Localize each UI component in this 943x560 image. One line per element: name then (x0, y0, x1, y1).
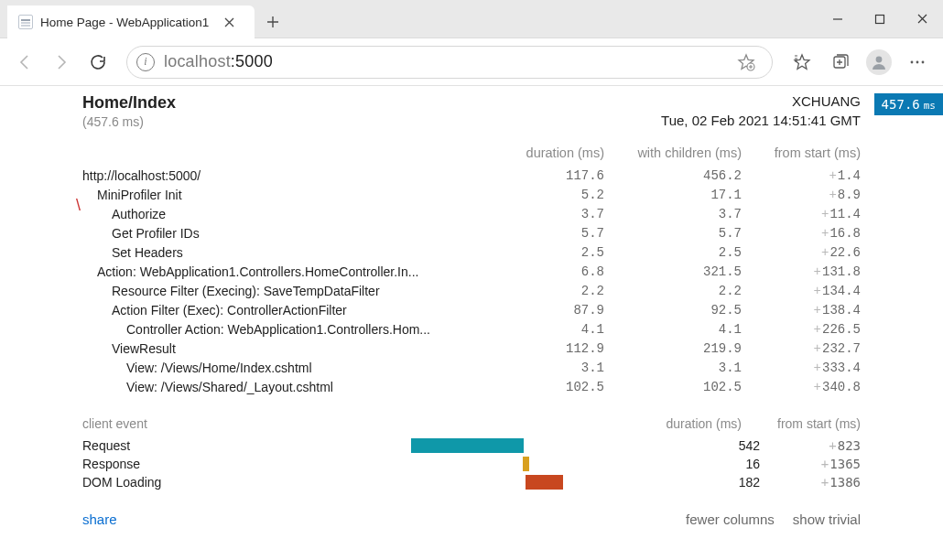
profiler-panel: Home/Index (457.6 ms) XCHUANG Tue, 02 Fe… (82, 93, 861, 560)
col-from-start: from start (ms) (742, 145, 861, 160)
page-content: \ 457.6ms Home/Index (457.6 ms) XCHUANG … (0, 86, 943, 560)
timing-label: Resource Filter (Execing): SaveTempDataF… (82, 284, 494, 298)
titlebar: Home Page - WebApplication1 (0, 0, 943, 38)
collections-icon[interactable] (824, 46, 857, 79)
timing-label: Action Filter (Exec): ControllerActionFi… (82, 303, 494, 318)
client-event-label: client event (82, 416, 494, 431)
client-event-label: Request (82, 438, 211, 453)
timing-duration: 6.8 (494, 264, 604, 279)
site-info-icon[interactable]: i (136, 53, 155, 71)
profiler-badge[interactable]: 457.6ms (874, 93, 943, 115)
close-window-button[interactable] (901, 0, 943, 38)
timing-duration: 5.7 (494, 226, 604, 241)
maximize-button[interactable] (859, 0, 901, 38)
back-button[interactable] (9, 47, 40, 78)
timing-duration: 4.1 (494, 322, 604, 337)
profile-avatar[interactable] (862, 46, 895, 79)
client-col-duration: duration (ms) (604, 416, 742, 431)
timing-row[interactable]: http://localhost:5000/117.6456.2+1.4 (82, 166, 861, 185)
svg-point-6 (922, 60, 925, 63)
timing-with-children: 3.7 (604, 207, 742, 221)
browser-tab[interactable]: Home Page - WebApplication1 (7, 5, 255, 38)
timing-duration: 87.9 (494, 303, 604, 318)
timing-with-children: 2.5 (604, 245, 742, 260)
timestamp: Tue, 02 Feb 2021 14:51:41 GMT (661, 113, 861, 128)
timing-row[interactable]: ViewResult112.9219.9+232.7 (82, 339, 861, 358)
client-event-from-start: +1386 (760, 475, 861, 490)
favorites-hub-icon[interactable] (786, 46, 818, 79)
more-menu-icon[interactable] (901, 46, 934, 79)
col-duration: duration (ms) (494, 145, 604, 160)
timing-label: MiniProfiler Init (82, 188, 494, 202)
timing-duration: 112.9 (494, 341, 604, 356)
timing-with-children: 4.1 (604, 322, 742, 337)
show-trivial-link[interactable]: show trivial (793, 512, 861, 527)
address-bar[interactable]: i localhost:5000 (126, 46, 773, 79)
timing-row[interactable]: Controller Action: WebApplication1.Contr… (82, 319, 861, 339)
timing-with-children: 92.5 (604, 303, 742, 318)
panel-footer: share fewer columns show trivial (82, 512, 861, 527)
timing-from-start: +134.4 (742, 284, 861, 298)
timing-label: Set Headers (82, 245, 494, 260)
badge-unit: ms (924, 100, 936, 112)
timing-label: Authorize (82, 207, 494, 221)
timing-duration: 5.2 (494, 188, 604, 202)
timing-from-start: +333.4 (742, 361, 861, 375)
col-with-children: with children (ms) (604, 145, 742, 160)
timing-row[interactable]: MiniProfiler Init5.217.1+8.9 (82, 185, 861, 204)
minimize-button[interactable] (817, 0, 859, 38)
timing-label: Get Profiler IDs (82, 226, 494, 241)
timing-from-start: +232.7 (742, 341, 861, 356)
timing-duration: 3.7 (494, 207, 604, 221)
tab-title: Home Page - WebApplication1 (40, 16, 209, 29)
timing-duration: 2.2 (494, 284, 604, 298)
timing-from-start: +11.4 (742, 207, 861, 221)
timing-with-children: 17.1 (604, 188, 742, 202)
timing-row[interactable]: Action Filter (Exec): ControllerActionFi… (82, 300, 861, 319)
timing-row[interactable]: View: /Views/Home/Index.cshtml3.13.1+333… (82, 358, 861, 377)
timing-row[interactable]: Action: WebApplication1.Controllers.Home… (82, 262, 861, 281)
timing-duration: 102.5 (494, 380, 604, 394)
background-page-fragment: \ (76, 196, 81, 215)
timing-duration: 2.5 (494, 245, 604, 260)
timing-with-children: 219.9 (604, 341, 742, 356)
timing-duration: 117.6 (494, 168, 604, 183)
timing-label: View: /Views/Home/Index.cshtml (82, 361, 494, 375)
timing-from-start: +226.5 (742, 322, 861, 337)
timing-from-start: +340.8 (742, 380, 861, 394)
timing-from-start: +131.8 (742, 264, 861, 279)
browser-window: Home Page - WebApplication1 (0, 0, 943, 560)
new-tab-button[interactable] (255, 5, 291, 38)
panel-header: Home/Index (457.6 ms) XCHUANG Tue, 02 Fe… (82, 93, 861, 129)
share-link[interactable]: share (82, 512, 117, 527)
machine-name: XCHUANG (661, 93, 861, 109)
timing-row[interactable]: Resource Filter (Execing): SaveTempDataF… (82, 281, 861, 300)
browser-toolbar: i localhost:5000 (0, 38, 943, 86)
timing-from-start: +16.8 (742, 226, 861, 241)
client-event-duration: 542 (677, 438, 760, 453)
timing-row[interactable]: Get Profiler IDs5.75.7+16.8 (82, 223, 861, 242)
timings-table: duration (ms) with children (ms) from st… (82, 144, 861, 396)
timing-with-children: 5.7 (604, 226, 742, 241)
close-tab-button[interactable] (216, 17, 242, 27)
timing-duration: 3.1 (494, 361, 604, 375)
forward-button[interactable] (46, 47, 77, 78)
timing-from-start: +138.4 (742, 303, 861, 318)
timing-label: http://localhost:5000/ (82, 168, 494, 183)
timing-row[interactable]: Set Headers2.52.5+22.6 (82, 242, 861, 262)
client-event-label: Response (82, 457, 211, 471)
favorite-star-icon[interactable] (730, 46, 763, 79)
timing-with-children: 3.1 (604, 361, 742, 375)
refresh-button[interactable] (82, 47, 114, 78)
client-event-duration: 182 (677, 475, 760, 490)
timing-with-children: 102.5 (604, 380, 742, 394)
timing-from-start: +22.6 (742, 245, 861, 260)
timing-label: Action: WebApplication1.Controllers.Home… (82, 264, 494, 279)
timing-row[interactable]: Authorize3.73.7+11.4 (82, 204, 861, 223)
client-event-bar (211, 438, 677, 453)
fewer-columns-link[interactable]: fewer columns (686, 512, 775, 527)
timing-label: View: /Views/Shared/_Layout.cshtml (82, 380, 494, 394)
timing-from-start: +1.4 (742, 168, 861, 183)
timing-with-children: 456.2 (604, 168, 742, 183)
timing-row[interactable]: View: /Views/Shared/_Layout.cshtml102.51… (82, 377, 861, 396)
